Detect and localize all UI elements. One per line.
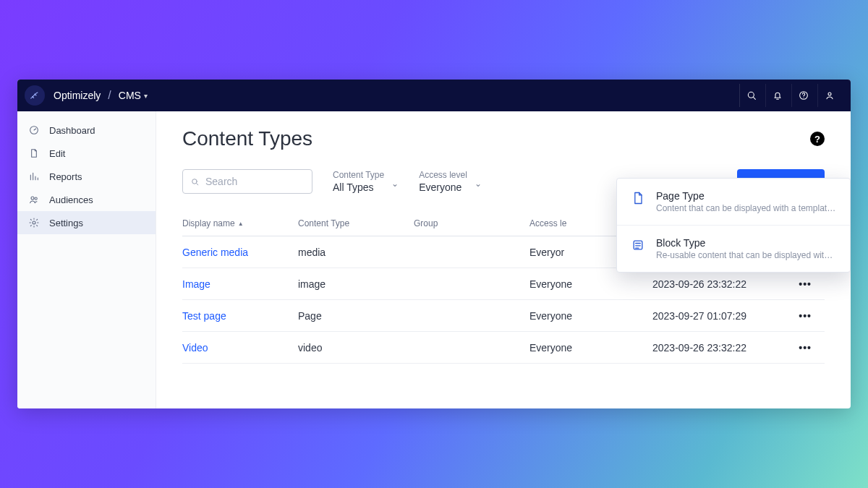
svg-point-5 xyxy=(35,197,37,200)
col-content-type[interactable]: Content Type xyxy=(298,218,414,228)
chevron-down-icon: ⌄ xyxy=(391,179,399,189)
table-row: Test page Page Everyone 2023-09-27 01:07… xyxy=(182,300,825,332)
sidebar-item-label: Settings xyxy=(49,218,83,228)
row-actions-button[interactable]: ••• xyxy=(790,310,812,322)
row-link[interactable]: Generic media xyxy=(182,247,298,258)
row-access: Everyone xyxy=(529,310,652,322)
dropdown-item-block-type[interactable]: Block Type Re-usable content that can be… xyxy=(617,225,850,272)
block-icon xyxy=(630,237,646,253)
chevron-down-icon: ⌄ xyxy=(475,179,482,189)
row-actions-button[interactable]: ••• xyxy=(790,278,812,290)
sidebar-item-audiences[interactable]: Audiences xyxy=(17,188,156,211)
chart-icon xyxy=(27,170,41,183)
svg-point-4 xyxy=(31,197,34,200)
breadcrumb-separator: / xyxy=(108,89,111,102)
row-link[interactable]: Test page xyxy=(182,310,298,322)
notifications-button[interactable] xyxy=(765,84,788,107)
brand-logo[interactable] xyxy=(25,85,45,106)
search-button[interactable] xyxy=(739,84,762,107)
row-link[interactable]: Video xyxy=(182,342,298,354)
dropdown-item-desc: Re-usable content that can be displayed … xyxy=(656,250,837,260)
row-type: video xyxy=(298,342,414,354)
filter-label: Content Type xyxy=(333,170,384,180)
bell-icon xyxy=(772,90,783,101)
brand-name[interactable]: Optimizely xyxy=(54,90,101,101)
sidebar-item-settings[interactable]: Settings xyxy=(17,211,156,234)
sidebar-item-label: Reports xyxy=(49,171,82,182)
dropdown-item-title: Page Type xyxy=(656,190,837,202)
filter-access-level[interactable]: Access level Everyone ⌄ xyxy=(419,170,482,193)
search-icon xyxy=(746,90,757,101)
breadcrumb-label: CMS xyxy=(119,90,141,101)
col-group[interactable]: Group xyxy=(414,218,529,228)
table-row: Video video Everyone 2023-09-26 23:32:22… xyxy=(182,332,825,364)
create-new-dropdown: Page Type Content that can be displayed … xyxy=(616,178,851,273)
gauge-icon xyxy=(27,124,41,137)
row-type: Page xyxy=(298,310,414,322)
dropdown-item-title: Block Type xyxy=(656,237,837,249)
svg-point-0 xyxy=(748,92,754,98)
gear-icon xyxy=(27,216,41,229)
table-row: Image image Everyone 2023-09-26 23:32:22… xyxy=(182,268,825,300)
help-button[interactable] xyxy=(791,84,814,107)
app-window: Optimizely / CMS ▾ xyxy=(17,80,851,408)
sidebar-item-label: Audiences xyxy=(49,194,93,205)
chevron-down-icon: ▾ xyxy=(144,92,148,100)
sidebar-item-label: Dashboard xyxy=(49,125,95,136)
row-type: image xyxy=(298,278,414,290)
page-title: Content Types xyxy=(182,127,312,150)
user-icon xyxy=(824,90,835,101)
row-type: media xyxy=(298,247,414,258)
row-actions-button[interactable]: ••• xyxy=(790,342,812,354)
svg-point-6 xyxy=(33,221,35,224)
optimizely-icon xyxy=(29,90,41,101)
sidebar-item-dashboard[interactable]: Dashboard xyxy=(17,119,156,142)
search-input-wrap[interactable] xyxy=(182,169,312,194)
main-content: Content Types ? Content Type All Types ⌄ xyxy=(156,111,851,408)
breadcrumb-cms[interactable]: CMS ▾ xyxy=(119,90,148,101)
col-display-name[interactable]: Display name▲ xyxy=(182,218,298,228)
search-icon xyxy=(190,176,200,187)
filter-value: All Types xyxy=(333,181,384,193)
filter-content-type[interactable]: Content Type All Types ⌄ xyxy=(333,170,399,193)
sidebar: Dashboard Edit Reports Audiences Setting… xyxy=(17,111,156,408)
row-modified: 2023-09-27 01:07:29 xyxy=(652,310,790,322)
sidebar-item-edit[interactable]: Edit xyxy=(17,142,156,165)
search-input[interactable] xyxy=(205,176,305,187)
topbar-actions xyxy=(733,84,841,107)
top-bar: Optimizely / CMS ▾ xyxy=(17,80,851,111)
filter-label: Access level xyxy=(419,170,467,180)
row-access: Everyone xyxy=(529,342,652,354)
row-modified: 2023-09-26 23:32:22 xyxy=(652,342,790,354)
page-icon xyxy=(630,190,646,206)
help-circle-icon xyxy=(798,90,809,101)
account-button[interactable] xyxy=(817,84,841,107)
row-access: Everyone xyxy=(529,278,652,290)
row-link[interactable]: Image xyxy=(182,278,298,290)
row-modified: 2023-09-26 23:32:22 xyxy=(652,278,790,290)
users-icon xyxy=(27,193,41,206)
svg-point-2 xyxy=(828,93,831,95)
page-help-button[interactable]: ? xyxy=(810,132,825,146)
dropdown-item-desc: Content that can be displayed with a tem… xyxy=(656,203,837,213)
svg-point-7 xyxy=(192,179,197,184)
sidebar-item-reports[interactable]: Reports xyxy=(17,165,156,188)
page-icon xyxy=(27,147,41,160)
filter-value: Everyone xyxy=(419,181,467,193)
dropdown-item-page-type[interactable]: Page Type Content that can be displayed … xyxy=(617,179,850,225)
sort-asc-icon: ▲ xyxy=(238,221,244,227)
sidebar-item-label: Edit xyxy=(49,148,65,159)
